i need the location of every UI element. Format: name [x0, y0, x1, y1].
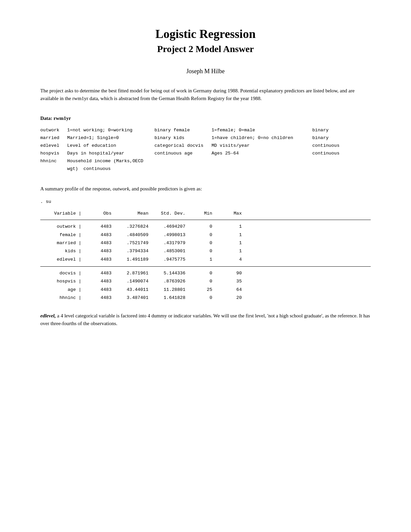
cell-max: 1 [215, 239, 242, 247]
cell-min: 0 [188, 269, 215, 277]
cell-mean: 43.44011 [114, 286, 151, 294]
cell-std: .9475775 [151, 256, 188, 264]
table-row: hhninc Household income (Marks,OECD wgt)… [40, 158, 371, 173]
var-desc: 1=not working; 0=working [67, 127, 154, 134]
cell-var: hospvis | [40, 277, 84, 285]
var-desc: Household income (Marks,OECD wgt) contin… [67, 158, 154, 173]
cell-min: 0 [188, 294, 215, 302]
table-row: married Married=1; Single=0 binary kids … [40, 134, 371, 142]
col-header-mean: Mean [114, 210, 151, 218]
var-name: edlevel [40, 142, 67, 150]
table-row: hospvis | 4483 .1490074 .8763926 0 35 [40, 277, 371, 285]
cell-mean: .1490074 [114, 277, 151, 285]
table-divider-top [40, 220, 371, 220]
var-name: married [40, 134, 67, 142]
table-row: hhninc | 4483 3.487401 1.641828 0 20 [40, 294, 371, 302]
footer-body: a 4 level categorical variable is factor… [40, 313, 370, 326]
footer-italic: edlevel, [40, 313, 56, 318]
var-type3: continuous [312, 142, 353, 150]
variable-table: outwork 1=not working; 0=working binary … [40, 127, 371, 173]
cell-min: 25 [188, 286, 215, 294]
table-row: age | 4483 43.44011 11.28801 25 64 [40, 286, 371, 294]
cell-max: 64 [215, 286, 242, 294]
cell-max: 20 [215, 294, 242, 302]
intro-text: The project asks to determine the best f… [40, 87, 371, 102]
cell-var: female | [40, 231, 84, 239]
cell-var: edlevel | [40, 256, 84, 264]
col-header-std: Std. Dev. [151, 210, 188, 218]
cell-max: 35 [215, 277, 242, 285]
data-label: Data: rwm1yr [40, 116, 371, 121]
cell-std: 1.641828 [151, 294, 188, 302]
cell-min: 0 [188, 277, 215, 285]
col-header-var: Variable | [40, 210, 84, 218]
var-type1: continuous age [154, 150, 212, 158]
cell-obs: 4483 [84, 231, 114, 239]
var-type3: binary [312, 127, 353, 134]
cell-var: outwork | [40, 223, 84, 231]
cell-mean: .3794334 [114, 247, 151, 255]
var-name: outwork [40, 127, 67, 134]
cell-min: 0 [188, 239, 215, 247]
col-header-min: Min [188, 210, 215, 218]
var-desc: Married=1; Single=0 [67, 134, 154, 142]
title-section: Logistic Regression Project 2 Model Answ… [40, 27, 371, 54]
cell-max: 1 [215, 247, 242, 255]
var-desc: Level of education [67, 142, 154, 150]
cell-var: married | [40, 239, 84, 247]
cell-std: .4853001 [151, 247, 188, 255]
cell-max: 1 [215, 223, 242, 231]
cell-mean: .7521749 [114, 239, 151, 247]
table-row: female | 4483 .4840509 .4998013 0 1 [40, 231, 371, 239]
table-row: edlevel Level of education categorical d… [40, 142, 371, 150]
footer-text: edlevel, a 4 level categorical variable … [40, 312, 371, 328]
cell-min: 1 [188, 256, 215, 264]
table-row: outwork | 4483 .3276824 .4694207 0 1 [40, 223, 371, 231]
table-row: hospvis Days in hospital/year continuous… [40, 150, 371, 158]
col-header-obs: Obs [84, 210, 114, 218]
var-name: hhninc [40, 158, 67, 173]
cell-obs: 4483 [84, 286, 114, 294]
var-type3: continuous [312, 150, 353, 158]
command-line: . su [40, 199, 371, 204]
var-type1: binary female [154, 127, 212, 134]
var-name: hospvis [40, 150, 67, 158]
cell-mean: 2.871961 [114, 269, 151, 277]
cell-std: .4694207 [151, 223, 188, 231]
var-type1: binary kids [154, 134, 212, 142]
var-type2: 1=have children; 0=no children [212, 134, 312, 142]
cell-var: kids | [40, 247, 84, 255]
table-header-row: Variable | Obs Mean Std. Dev. Min Max [40, 210, 371, 219]
cell-var: hhninc | [40, 294, 84, 302]
cell-var: age | [40, 286, 84, 294]
cell-std: 5.144336 [151, 269, 188, 277]
cell-obs: 4483 [84, 247, 114, 255]
summary-intro-text: A summary profile of the response, outwo… [40, 185, 371, 193]
cell-obs: 4483 [84, 239, 114, 247]
table-row: outwork 1=not working; 0=working binary … [40, 127, 371, 134]
cell-mean: .3276824 [114, 223, 151, 231]
table-row: kids | 4483 .3794334 .4853001 0 1 [40, 247, 371, 255]
cell-obs: 4483 [84, 223, 114, 231]
var-type1: categorical docvis [154, 142, 212, 150]
table-row: docvis | 4483 2.871961 5.144336 0 90 [40, 269, 371, 277]
table-row: married | 4483 .7521749 .4317979 0 1 [40, 239, 371, 247]
var-type3: binary [312, 134, 353, 142]
main-title: Logistic Regression [40, 27, 371, 41]
cell-std: .8763926 [151, 277, 188, 285]
cell-std: .4317979 [151, 239, 188, 247]
table-divider-mid [40, 266, 371, 267]
cell-obs: 4483 [84, 256, 114, 264]
cell-min: 0 [188, 223, 215, 231]
cell-min: 0 [188, 247, 215, 255]
subtitle: Project 2 Model Answer [40, 44, 371, 54]
cell-obs: 4483 [84, 277, 114, 285]
var-type2: MD visits/year [212, 142, 312, 150]
cell-min: 0 [188, 231, 215, 239]
cell-std: 11.28801 [151, 286, 188, 294]
var-desc: Days in hospital/year [67, 150, 154, 158]
cell-var: docvis | [40, 269, 84, 277]
var-type2: Ages 25-64 [212, 150, 312, 158]
stata-table: Variable | Obs Mean Std. Dev. Min Max ou… [40, 210, 371, 302]
cell-mean: 3.487401 [114, 294, 151, 302]
